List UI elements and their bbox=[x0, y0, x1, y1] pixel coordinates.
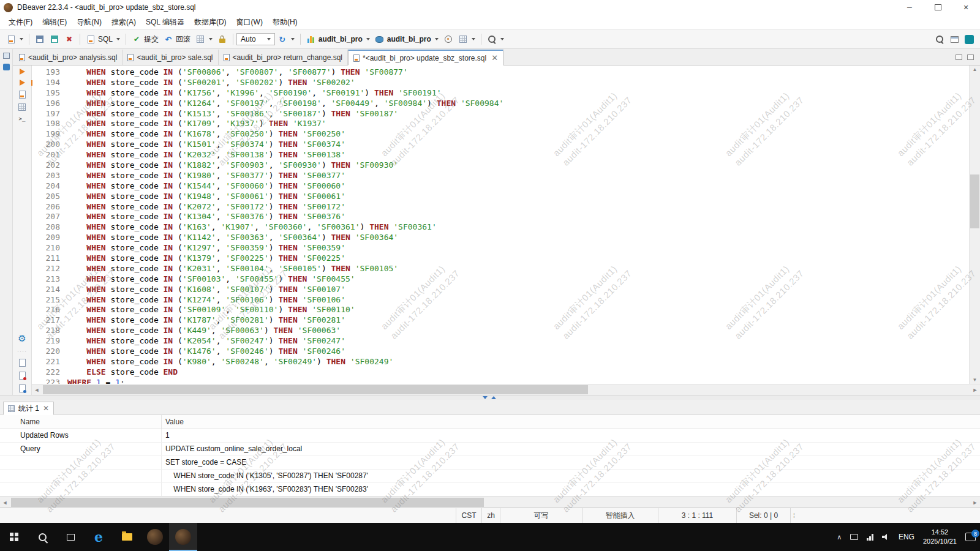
output-page-button[interactable] bbox=[19, 359, 26, 367]
cell-value[interactable]: WHEN store_code IN ('K1963', 'SF00283') … bbox=[162, 483, 980, 496]
refresh-button[interactable]: ↻ bbox=[275, 32, 297, 46]
line-number: 215 bbox=[32, 295, 67, 305]
editor-tab-0[interactable]: <audit_bi_pro> analysis.sql bbox=[14, 50, 123, 65]
close-icon[interactable]: ✕ bbox=[43, 404, 49, 413]
toolbar-separator bbox=[126, 34, 126, 45]
results-horizontal-scrollbar[interactable]: ◄ ► bbox=[0, 497, 980, 508]
maximize-view-icon[interactable] bbox=[967, 54, 974, 60]
rollback-button[interactable]: ↶ 回滚 bbox=[161, 32, 193, 47]
code-area[interactable]: 193 WHEN store_code IN ('SF00806', 'SF00… bbox=[32, 66, 969, 384]
scroll-left-icon[interactable]: ◄ bbox=[0, 500, 10, 506]
minimize-button[interactable]: ─ bbox=[895, 0, 924, 15]
panel-splitter[interactable] bbox=[0, 395, 980, 400]
horizontal-scroll-thumb[interactable] bbox=[43, 385, 588, 394]
new-sql-editor-button[interactable] bbox=[4, 32, 26, 46]
scroll-right-icon[interactable]: ► bbox=[970, 387, 980, 393]
connection-select[interactable]: audit_bi_pro bbox=[304, 32, 372, 46]
minimize-view-icon[interactable] bbox=[956, 54, 962, 60]
task-view-button[interactable] bbox=[56, 523, 85, 551]
menu-item-6[interactable]: 窗口(W) bbox=[232, 15, 268, 29]
editor-tab-1[interactable]: <audit_bi_pro> sale.sql bbox=[123, 50, 218, 65]
taskbar-search-button[interactable] bbox=[28, 523, 56, 551]
explain-plan-button[interactable] bbox=[18, 103, 26, 111]
settings-gear-button[interactable]: ⚙ bbox=[18, 334, 26, 343]
column-header-value[interactable]: Value bbox=[162, 415, 980, 429]
revert-button[interactable]: ✖ bbox=[62, 32, 77, 46]
layout-button[interactable] bbox=[456, 32, 478, 46]
tray-expand-button[interactable]: ∧ bbox=[832, 523, 846, 551]
code-line: 199 WHEN store_code IN ('K1678', 'SF0025… bbox=[32, 129, 969, 140]
clock[interactable]: 14:52 2025/10/21 bbox=[919, 523, 961, 551]
scroll-down-icon[interactable]: ▼ bbox=[970, 377, 980, 383]
dbeaver-taskbar-button[interactable] bbox=[169, 523, 197, 551]
code-line: 219 WHEN store_code IN ('K2054', 'SF0024… bbox=[32, 336, 969, 347]
app-button-1[interactable] bbox=[141, 523, 169, 551]
results-scroll-thumb[interactable] bbox=[11, 498, 484, 507]
cell-name[interactable] bbox=[0, 456, 162, 469]
cell-value[interactable]: 1 bbox=[162, 429, 980, 442]
sql-menu-button[interactable]: SQL bbox=[83, 32, 123, 46]
database-navigator-icon[interactable] bbox=[3, 64, 10, 70]
autocommit-select[interactable]: Auto bbox=[236, 33, 275, 45]
close-button[interactable]: ✕ bbox=[952, 0, 980, 15]
sash-arrows[interactable] bbox=[483, 396, 496, 399]
cell-name[interactable] bbox=[0, 483, 162, 496]
execute-script-button[interactable] bbox=[20, 80, 25, 86]
transaction-log-button[interactable] bbox=[193, 32, 215, 46]
compass-button[interactable] bbox=[441, 32, 456, 46]
menu-item-0[interactable]: 文件(F) bbox=[4, 15, 37, 29]
scroll-left-icon[interactable]: ◄ bbox=[32, 387, 42, 393]
cell-value[interactable]: UPDATE custom_online_sale_order_local bbox=[162, 443, 980, 455]
lock-button[interactable] bbox=[215, 32, 230, 46]
cell-name[interactable]: Query bbox=[0, 443, 162, 455]
global-search-button[interactable] bbox=[932, 32, 947, 46]
scroll-up-icon[interactable]: ▲ bbox=[970, 67, 980, 72]
execute-sql-button[interactable] bbox=[20, 69, 25, 75]
language-indicator[interactable]: ENG bbox=[894, 523, 919, 551]
open-console-button[interactable]: >_ bbox=[19, 116, 26, 122]
save-button[interactable] bbox=[32, 32, 47, 46]
network-button[interactable] bbox=[862, 523, 878, 551]
maximize-button[interactable] bbox=[924, 0, 952, 15]
menu-item-2[interactable]: 导航(N) bbox=[72, 15, 107, 29]
menu-item-7[interactable]: 帮助(H) bbox=[268, 15, 303, 29]
file-explorer-button[interactable] bbox=[113, 523, 141, 551]
vertical-scrollbar[interactable]: ▲ ▼ bbox=[969, 66, 980, 384]
scroll-right-icon[interactable]: ► bbox=[970, 500, 980, 506]
tab-close-icon[interactable]: ✕ bbox=[491, 53, 498, 62]
code-line: 216 WHEN store_code IN ('SF00109', 'SF00… bbox=[32, 305, 969, 315]
code-text: WHEN store_code IN ('K1756', 'K1996', 'S… bbox=[67, 88, 442, 99]
edge-browser-button[interactable]: e bbox=[85, 523, 113, 551]
error-log-button[interactable] bbox=[19, 372, 26, 380]
statistics-tab[interactable]: 统计 1 ✕ bbox=[3, 402, 54, 415]
log-page-button[interactable] bbox=[19, 384, 26, 392]
menu-item-1[interactable]: 编辑(E) bbox=[37, 15, 72, 29]
open-perspective-button[interactable] bbox=[947, 32, 962, 46]
cell-name[interactable] bbox=[0, 470, 162, 482]
cell-value[interactable]: SET store_code = CASE bbox=[162, 456, 980, 469]
code-text: WHEN store_code IN ('K1608', 'SF00107') … bbox=[67, 285, 345, 295]
action-center-button[interactable]: 8 bbox=[961, 523, 980, 551]
script-icon[interactable] bbox=[19, 91, 26, 99]
menu-item-5[interactable]: 数据库(D) bbox=[189, 15, 232, 29]
horizontal-scrollbar[interactable]: ◄ ► bbox=[32, 384, 980, 395]
database-select[interactable]: audit_bi_pro bbox=[372, 32, 441, 46]
volume-button[interactable] bbox=[878, 523, 894, 551]
start-button[interactable] bbox=[0, 523, 28, 551]
menu-item-4[interactable]: SQL 编辑器 bbox=[141, 15, 189, 29]
dbeaver-perspective-button[interactable] bbox=[962, 32, 976, 46]
restore-view-icon[interactable] bbox=[3, 53, 10, 59]
vertical-scroll-thumb[interactable] bbox=[970, 174, 979, 228]
sql-editor[interactable]: 193 WHEN store_code IN ('SF00806', 'SF00… bbox=[32, 66, 980, 395]
database-value: audit_bi_pro bbox=[387, 35, 431, 43]
cell-name[interactable]: Updated Rows bbox=[0, 429, 162, 442]
column-header-name[interactable]: Name bbox=[0, 415, 162, 429]
menu-item-3[interactable]: 搜索(A) bbox=[107, 15, 141, 29]
editor-tab-2[interactable]: <audit_bi_pro> return_change.sql bbox=[219, 50, 348, 65]
search-menu-button[interactable] bbox=[484, 32, 507, 46]
save-all-button[interactable] bbox=[47, 32, 62, 46]
editor-tab-3[interactable]: *<audit_bi_pro> update_sbz_store.sql✕ bbox=[348, 50, 503, 66]
cell-value[interactable]: WHEN store_code IN ('K1305', 'SF00287') … bbox=[162, 470, 980, 482]
tablet-mode-button[interactable] bbox=[846, 523, 862, 551]
commit-button[interactable]: ✔ 提交 bbox=[129, 32, 161, 47]
